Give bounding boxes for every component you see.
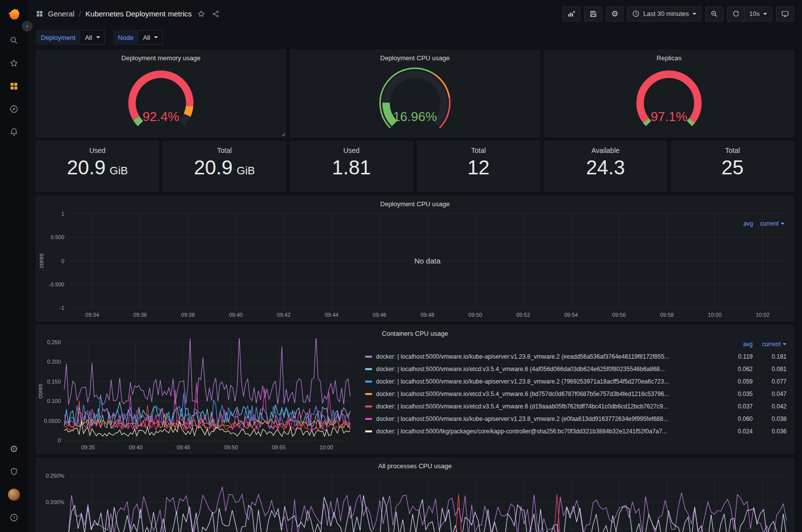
panel-title[interactable]: Available [591,141,620,156]
gauge-row: Deployment memory usage 92.4% Deployment… [36,50,794,137]
series-label[interactable]: docker: | localhost:5000/vmware.io/etcd:… [376,391,726,398]
configuration-button[interactable]: ⚙ [0,437,28,460]
favorite-star-button[interactable] [196,9,206,19]
series-avg: 0.060 [730,415,753,422]
svg-text:0.200%: 0.200% [46,499,65,505]
stat-value: 20.9GiB [67,156,128,178]
stat-value: 20.9GiB [194,156,255,178]
sidebar: ⚙ ? [0,0,28,532]
svg-text:09:44: 09:44 [325,312,339,318]
chevron-down-icon [154,36,158,38]
panel-title[interactable]: Total [471,141,486,156]
svg-text:09:45: 09:45 [176,444,190,450]
svg-text:0.500: 0.500 [50,234,64,240]
all-processes-cpu-chart: 0.250%0.200% [36,471,794,532]
panel-resize-handle[interactable] [281,133,285,136]
dashboards-button[interactable] [0,75,28,98]
help-circle-icon: ? [9,513,18,522]
help-button[interactable]: ? [0,506,28,529]
svg-text:1: 1 [61,211,64,217]
panel-deployment-memory-usage: Deployment memory usage 92.4% [36,50,286,137]
series-color-swatch [365,393,372,395]
legend-row[interactable]: docker: | localhost:5000/tkg/packages/co… [365,425,787,437]
alerting-button[interactable] [0,121,28,143]
stat-value: 25 [721,156,744,178]
cycle-view-mode-button[interactable] [776,6,794,21]
svg-text:0: 0 [61,258,64,264]
panel-title[interactable]: Used [89,141,106,156]
panel-title[interactable]: Replicas [544,50,794,63]
variable-deployment-select[interactable]: All [80,30,105,45]
panel-title[interactable]: Used [343,141,360,156]
series-label[interactable]: docker: | localhost:5000/tkg/packages/co… [376,428,726,435]
svg-text:0: 0 [58,437,61,443]
refresh-interval-picker[interactable]: 10s [745,6,772,21]
shield-icon [9,467,18,476]
breadcrumb-folder[interactable]: General [48,9,74,18]
panel-title[interactable]: Deployment CPU usage [36,196,794,209]
starred-dashboards-button[interactable] [0,52,28,75]
variable-node-label: Node [113,30,138,45]
dashboard-settings-button[interactable]: ⚙ [606,6,623,21]
series-current: 0.036 [757,428,787,435]
series-label[interactable]: docker: | localhost:5000/vmware.io/etcd:… [376,366,726,373]
svg-text:09:40: 09:40 [229,312,243,318]
save-icon [589,10,597,18]
series-label[interactable]: docker: | localhost:5000/vmware.io/kube-… [376,378,726,385]
panel-replicas-available: Available 24.3 [544,141,667,192]
variable-deployment-label: Deployment [36,30,80,45]
zoom-out-icon [710,10,718,18]
sidebar-expand-button[interactable]: › [22,21,32,31]
series-color-swatch [365,368,372,370]
panel-deployment-cpu-gauge: Deployment CPU usage 16.96% [290,50,540,137]
panel-title[interactable]: Total [217,141,232,156]
svg-text:09:48: 09:48 [420,312,434,318]
legend-row[interactable]: docker: | localhost:5000/vmware.io/kube-… [365,350,787,363]
series-label[interactable]: docker: | localhost:5000/vmware.io/etcd:… [376,403,726,410]
svg-text:0.250%: 0.250% [46,473,65,479]
deployment-cpu-chart: 10.5000-0.500-109:3409:3609:3809:4009:42… [36,209,794,321]
add-panel-button[interactable] [562,6,580,21]
explore-button[interactable] [0,98,28,121]
legend-sort-current[interactable]: current [760,220,785,227]
user-avatar [8,489,20,501]
series-label[interactable]: docker: | localhost:5000/vmware.io/kube-… [376,415,726,422]
chevron-down-icon [96,36,100,38]
refresh-button[interactable] [727,6,745,21]
time-range-picker[interactable]: Last 30 minutes [627,6,701,21]
legend-sort-avg[interactable]: avg [730,341,753,348]
series-current: 0.047 [757,391,787,398]
series-current: 0.081 [757,366,787,373]
chevron-down-icon [781,223,785,225]
search-button[interactable] [0,29,28,52]
legend-sort-avg[interactable]: avg [743,220,753,227]
save-dashboard-button[interactable] [584,6,602,21]
series-avg: 0.024 [730,428,753,435]
legend-sort-header: avg current [743,220,785,227]
svg-text:09:52: 09:52 [517,312,531,318]
variable-deployment: Deployment All [36,30,105,45]
panel-title[interactable]: Deployment CPU usage [290,50,539,63]
panel-title[interactable]: All processes CPU usage [36,458,794,471]
panel-cpu-total: Total 12 [417,141,540,192]
series-label[interactable]: docker: | localhost:5000/vmware.io/kube-… [376,353,726,360]
server-admin-button[interactable] [0,460,28,483]
panel-title[interactable]: Containers CPU usage [36,326,794,338]
dashboards-grid-icon [9,82,18,91]
monitor-icon [781,10,789,18]
profile-button[interactable] [0,483,28,506]
share-icon [212,10,220,18]
legend-row[interactable]: docker: | localhost:5000/vmware.io/etcd:… [365,363,787,375]
legend-row[interactable]: docker: | localhost:5000/vmware.io/kube-… [365,412,787,425]
share-button[interactable] [211,9,221,19]
refresh-interval-label: 10s [749,10,760,17]
bell-icon [9,128,18,136]
legend-row[interactable]: docker: | localhost:5000/vmware.io/kube-… [365,375,787,388]
variable-node-select[interactable]: All [138,30,163,45]
zoom-out-button[interactable] [705,6,723,21]
panel-title[interactable]: Deployment memory usage [36,50,285,63]
legend-row[interactable]: docker: | localhost:5000/vmware.io/etcd:… [365,400,787,412]
panel-title[interactable]: Total [725,141,740,156]
legend-row[interactable]: docker: | localhost:5000/vmware.io/etcd:… [365,388,787,400]
legend-sort-current[interactable]: current [757,341,787,348]
